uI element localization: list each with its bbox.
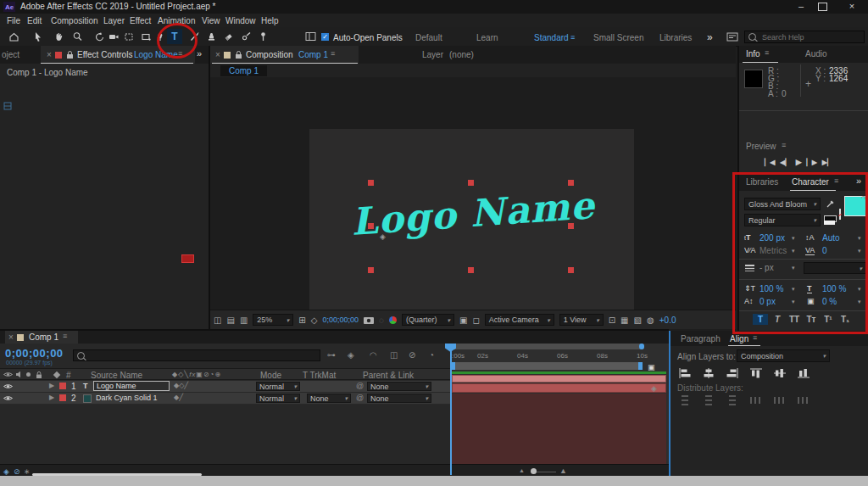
stroke-color-swatch[interactable]	[839, 209, 841, 220]
expand-in-out-icon[interactable]: ∗	[24, 467, 31, 476]
font-size-value[interactable]: 200 px	[760, 233, 785, 243]
close-button[interactable]: ×	[846, 1, 858, 11]
fast-previews-icon[interactable]: ▣	[459, 316, 467, 325]
tab-close-icon[interactable]: ×	[215, 50, 220, 59]
play-button[interactable]: ▶	[796, 158, 802, 166]
vertical-scale-value[interactable]: 100 %	[760, 284, 783, 293]
graph-editor-icon[interactable]: ◔	[429, 350, 434, 360]
align-center-vertical-button[interactable]	[774, 368, 786, 378]
layer-bar-logo-name[interactable]	[452, 375, 666, 383]
selection-handle[interactable]	[468, 267, 474, 273]
expand-layer-switches-icon[interactable]: ◈	[3, 467, 9, 476]
roto-brush-tool[interactable]	[239, 30, 253, 43]
reset-exposure-icon[interactable]: ◍	[647, 316, 654, 325]
font-style-select[interactable]: Regular▾	[744, 214, 821, 226]
clone-stamp-tool[interactable]	[204, 30, 218, 43]
align-layers-select[interactable]: Composition▾	[737, 349, 830, 362]
rectangle-tool[interactable]	[139, 30, 153, 43]
last-frame-button[interactable]: ▶▏	[822, 159, 832, 166]
blend-mode-select[interactable]: Normal▾	[256, 382, 300, 391]
tracking-value[interactable]: 0	[822, 246, 827, 255]
tab-paragraph[interactable]: Paragraph	[681, 334, 721, 344]
twirl-icon[interactable]: ▶	[49, 382, 54, 389]
previous-frame-button[interactable]: ◀▏	[780, 159, 790, 166]
workspace-default[interactable]: Default	[415, 33, 442, 42]
chevron-down-icon[interactable]: ▾	[792, 248, 795, 254]
selection-handle[interactable]	[468, 180, 474, 186]
frame-blending-icon[interactable]: ◫	[390, 350, 398, 360]
type-tool[interactable]: T	[167, 29, 182, 44]
next-frame-button[interactable]: ▏▶	[807, 159, 817, 166]
all-caps-button[interactable]: TT	[787, 314, 802, 325]
chevron-down-icon[interactable]: ▾	[792, 286, 795, 292]
eye-icon[interactable]	[3, 394, 13, 402]
home-tool[interactable]	[7, 30, 20, 43]
eye-icon[interactable]	[3, 383, 13, 390]
layer-name[interactable]: Dark Cyan Solid 1	[96, 394, 158, 402]
small-caps-button[interactable]: Tᴛ	[804, 314, 819, 325]
panel-menu-icon[interactable]: ≡	[331, 49, 335, 58]
rotate-tool[interactable]	[92, 30, 106, 43]
selection-handle[interactable]	[568, 223, 574, 229]
transparency-grid-icon[interactable]: ◻	[472, 316, 479, 325]
view-layout-select[interactable]: 1 View▾	[559, 314, 604, 326]
align-center-horizontal-button[interactable]	[703, 368, 715, 378]
project-tab-partial[interactable]: oject	[2, 50, 19, 59]
kerning-value[interactable]: Metrics	[760, 246, 787, 255]
layer-row-1[interactable]: ▶ 1 T Logo Name ◆◇╱ Normal▾ @ None▾	[0, 381, 450, 392]
timeline-zoom-slider-thumb[interactable]	[531, 468, 537, 474]
parent-select[interactable]: None▾	[367, 382, 431, 391]
trkmat-select[interactable]: None▾	[307, 394, 351, 403]
zoom-in-mountain-icon[interactable]: ▲	[559, 466, 567, 475]
leading-value[interactable]: Auto	[822, 233, 840, 243]
faux-italic-button[interactable]: T	[770, 314, 785, 325]
timeline-search-input[interactable]	[89, 350, 304, 360]
distribute-center-vertical-button[interactable]	[703, 395, 715, 405]
playhead-line[interactable]	[450, 344, 452, 475]
workspace-standard[interactable]: Standard	[534, 33, 569, 42]
distribute-top-button[interactable]	[679, 395, 691, 405]
panel-layout-icon[interactable]	[303, 30, 317, 43]
menu-edit[interactable]: Edit	[27, 16, 42, 25]
zoom-tool[interactable]	[70, 30, 84, 43]
chevron-down-icon[interactable]: ▾	[792, 235, 795, 241]
menu-view[interactable]: View	[202, 16, 220, 25]
magnification-select[interactable]: 25%▾	[253, 314, 293, 326]
panel-menu-icon[interactable]: ≡	[63, 332, 67, 340]
baseline-shift-value[interactable]: 0 px	[760, 297, 776, 306]
exposure-value[interactable]: +0.0	[659, 316, 676, 325]
selection-handle[interactable]	[568, 267, 574, 273]
menu-window[interactable]: Window	[225, 16, 256, 25]
comp-viewer[interactable]: Logo Name ◈ ▦	[210, 77, 736, 310]
faux-bold-button[interactable]: T	[753, 314, 768, 325]
hide-shy-layers-icon[interactable]: ◠	[370, 350, 377, 360]
chevron-down-icon[interactable]: ▾	[792, 265, 795, 271]
panel-menu-icon[interactable]: ≡	[753, 333, 757, 342]
panel-menu-icon[interactable]: ≡	[178, 49, 182, 58]
workspace-learn[interactable]: Learn	[476, 33, 498, 42]
pan-behind-tool[interactable]	[122, 30, 136, 43]
hand-tool[interactable]	[52, 30, 65, 43]
mask-visibility-icon[interactable]: ◇	[311, 316, 318, 325]
layer-label-color[interactable]	[59, 394, 66, 401]
tab-character[interactable]: Character	[792, 177, 829, 187]
pickwhip-icon[interactable]: @	[356, 382, 364, 390]
pen-tool[interactable]	[153, 30, 167, 43]
menu-layer[interactable]: Layer	[103, 16, 125, 25]
panel-menu-icon[interactable]: ≡	[765, 48, 769, 57]
always-preview-icon[interactable]: ◫	[214, 316, 221, 325]
mode-column-header[interactable]: Mode	[260, 371, 281, 380]
chevron-down-icon[interactable]: ▾	[858, 286, 861, 292]
swap-fill-stroke-icon[interactable]: ↷	[861, 194, 868, 203]
search-help-input[interactable]	[760, 32, 857, 42]
selection-handle[interactable]	[368, 223, 374, 229]
work-area-end[interactable]	[638, 362, 643, 370]
tsume-value[interactable]: 0 %	[822, 297, 837, 306]
distribute-center-horizontal-button[interactable]	[774, 395, 786, 405]
align-bottom-button[interactable]	[798, 368, 810, 378]
selection-handle[interactable]	[368, 180, 374, 186]
timeline-timecode[interactable]: 0;00;00;00	[5, 347, 64, 360]
selection-tool[interactable]	[31, 30, 44, 43]
restore-button[interactable]	[818, 3, 827, 11]
menu-effect[interactable]: Effect	[130, 16, 151, 25]
